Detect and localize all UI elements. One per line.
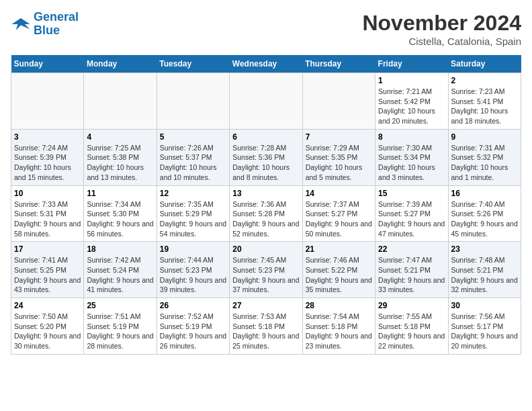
day-cell: 23Sunrise: 7:48 AMSunset: 5:21 PMDayligh… [448,242,521,298]
day-header-friday: Friday [375,55,448,73]
day-cell [302,73,375,130]
day-cell: 12Sunrise: 7:35 AMSunset: 5:29 PMDayligh… [157,185,229,242]
day-cell: 19Sunrise: 7:44 AMSunset: 5:23 PMDayligh… [157,242,229,298]
day-info: Sunrise: 7:44 AMSunset: 5:23 PMDaylight:… [160,255,226,295]
week-row-2: 3Sunrise: 7:24 AMSunset: 5:39 PMDaylight… [11,129,521,185]
day-number: 15 [378,189,445,198]
day-number: 24 [14,301,81,310]
day-number: 20 [232,244,299,254]
day-number: 28 [306,301,372,310]
day-number: 26 [160,301,226,310]
day-cell: 28Sunrise: 7:54 AMSunset: 5:18 PMDayligh… [302,298,375,355]
week-row-5: 24Sunrise: 7:50 AMSunset: 5:20 PMDayligh… [11,298,521,355]
day-info: Sunrise: 7:26 AMSunset: 5:37 PMDaylight:… [160,143,226,183]
day-cell: 24Sunrise: 7:50 AMSunset: 5:20 PMDayligh… [11,298,84,355]
day-info: Sunrise: 7:55 AMSunset: 5:18 PMDaylight:… [378,312,445,351]
day-info: Sunrise: 7:30 AMSunset: 5:34 PMDaylight:… [378,143,445,183]
title-block: November 2024 Cistella, Catalonia, Spain [362,11,521,47]
day-info: Sunrise: 7:45 AMSunset: 5:23 PMDaylight:… [232,255,299,295]
day-cell: 9Sunrise: 7:31 AMSunset: 5:32 PMDaylight… [448,129,521,185]
day-cell: 25Sunrise: 7:51 AMSunset: 5:19 PMDayligh… [84,298,157,355]
day-header-wednesday: Wednesday [230,55,302,73]
day-info: Sunrise: 7:28 AMSunset: 5:36 PMDaylight:… [232,143,299,183]
day-number: 17 [14,244,81,254]
calendar-table: SundayMondayTuesdayWednesdayThursdayFrid… [11,55,521,355]
day-number: 4 [87,132,153,142]
day-info: Sunrise: 7:50 AMSunset: 5:20 PMDaylight:… [14,312,81,351]
day-number: 21 [306,244,372,254]
week-row-3: 10Sunrise: 7:33 AMSunset: 5:31 PMDayligh… [11,185,521,242]
day-cell: 29Sunrise: 7:55 AMSunset: 5:18 PMDayligh… [375,298,448,355]
header-row: SundayMondayTuesdayWednesdayThursdayFrid… [11,55,521,73]
day-number: 29 [378,301,445,310]
day-info: Sunrise: 7:36 AMSunset: 5:28 PMDaylight:… [232,199,299,239]
logo-text: General Blue [34,11,79,38]
day-cell: 3Sunrise: 7:24 AMSunset: 5:39 PMDaylight… [11,129,84,185]
day-cell: 13Sunrise: 7:36 AMSunset: 5:28 PMDayligh… [230,185,302,242]
day-number: 6 [232,132,299,142]
day-header-monday: Monday [84,55,157,73]
day-cell: 11Sunrise: 7:34 AMSunset: 5:30 PMDayligh… [84,185,157,242]
day-number: 1 [378,76,445,85]
day-number: 19 [160,244,226,254]
day-number: 11 [87,189,153,198]
day-number: 22 [378,244,445,254]
day-info: Sunrise: 7:54 AMSunset: 5:18 PMDaylight:… [306,312,372,351]
week-row-4: 17Sunrise: 7:41 AMSunset: 5:25 PMDayligh… [11,242,521,298]
day-number: 3 [14,132,81,142]
logo-icon [11,14,31,34]
day-number: 13 [232,189,299,198]
day-cell: 26Sunrise: 7:52 AMSunset: 5:19 PMDayligh… [157,298,229,355]
day-cell: 2Sunrise: 7:23 AMSunset: 5:41 PMDaylight… [448,73,521,130]
day-cell: 16Sunrise: 7:40 AMSunset: 5:26 PMDayligh… [448,185,521,242]
day-number: 9 [451,132,518,142]
day-number: 5 [160,132,226,142]
day-cell: 20Sunrise: 7:45 AMSunset: 5:23 PMDayligh… [230,242,302,298]
day-cell: 27Sunrise: 7:53 AMSunset: 5:18 PMDayligh… [230,298,302,355]
day-info: Sunrise: 7:53 AMSunset: 5:18 PMDaylight:… [232,312,299,351]
day-number: 7 [306,132,372,142]
day-number: 16 [451,189,518,198]
day-number: 27 [232,301,299,310]
day-number: 18 [87,244,153,254]
day-cell [84,73,157,130]
day-number: 10 [14,189,81,198]
day-info: Sunrise: 7:52 AMSunset: 5:19 PMDaylight:… [160,312,226,351]
day-info: Sunrise: 7:35 AMSunset: 5:29 PMDaylight:… [160,199,226,239]
day-number: 30 [451,301,518,310]
day-info: Sunrise: 7:34 AMSunset: 5:30 PMDaylight:… [87,199,153,239]
day-info: Sunrise: 7:48 AMSunset: 5:21 PMDaylight:… [451,255,518,295]
day-header-tuesday: Tuesday [157,55,229,73]
day-cell: 5Sunrise: 7:26 AMSunset: 5:37 PMDaylight… [157,129,229,185]
day-info: Sunrise: 7:25 AMSunset: 5:38 PMDaylight:… [87,143,153,183]
day-cell: 22Sunrise: 7:47 AMSunset: 5:21 PMDayligh… [375,242,448,298]
day-cell: 14Sunrise: 7:37 AMSunset: 5:27 PMDayligh… [302,185,375,242]
day-cell: 1Sunrise: 7:21 AMSunset: 5:42 PMDaylight… [375,73,448,130]
day-cell [11,73,84,130]
day-info: Sunrise: 7:31 AMSunset: 5:32 PMDaylight:… [451,143,518,183]
day-cell: 10Sunrise: 7:33 AMSunset: 5:31 PMDayligh… [11,185,84,242]
day-cell: 15Sunrise: 7:39 AMSunset: 5:27 PMDayligh… [375,185,448,242]
day-header-saturday: Saturday [448,55,521,73]
day-cell: 18Sunrise: 7:42 AMSunset: 5:24 PMDayligh… [84,242,157,298]
day-number: 2 [451,76,518,85]
day-cell: 30Sunrise: 7:56 AMSunset: 5:17 PMDayligh… [448,298,521,355]
day-info: Sunrise: 7:21 AMSunset: 5:42 PMDaylight:… [378,87,445,126]
day-info: Sunrise: 7:47 AMSunset: 5:21 PMDaylight:… [378,255,445,295]
day-cell: 6Sunrise: 7:28 AMSunset: 5:36 PMDaylight… [230,129,302,185]
day-number: 25 [87,301,153,310]
page-header: General Blue November 2024 Cistella, Cat… [11,11,521,47]
day-info: Sunrise: 7:56 AMSunset: 5:17 PMDaylight:… [451,312,518,351]
day-number: 12 [160,189,226,198]
day-info: Sunrise: 7:51 AMSunset: 5:19 PMDaylight:… [87,312,153,351]
day-info: Sunrise: 7:41 AMSunset: 5:25 PMDaylight:… [14,255,81,295]
day-cell: 7Sunrise: 7:29 AMSunset: 5:35 PMDaylight… [302,129,375,185]
day-info: Sunrise: 7:23 AMSunset: 5:41 PMDaylight:… [451,87,518,126]
day-info: Sunrise: 7:39 AMSunset: 5:27 PMDaylight:… [378,199,445,239]
day-number: 8 [378,132,445,142]
day-cell [157,73,229,130]
month-title: November 2024 [362,11,521,36]
day-cell [230,73,302,130]
day-info: Sunrise: 7:29 AMSunset: 5:35 PMDaylight:… [306,143,372,183]
day-number: 23 [451,244,518,254]
